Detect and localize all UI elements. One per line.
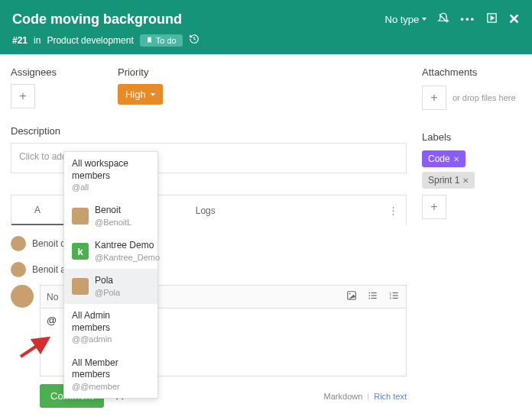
- svg-point-3: [349, 293, 351, 295]
- mention-option[interactable]: Pola@Pola: [64, 269, 157, 304]
- svg-point-6: [368, 295, 370, 296]
- mention-option[interactable]: All Admin members@@admin: [64, 304, 157, 351]
- priority-label: Priority: [118, 66, 163, 78]
- priority-select[interactable]: High: [118, 84, 163, 105]
- mention-handle: @@admin: [72, 334, 150, 344]
- avatar: [11, 236, 26, 251]
- svg-rect-7: [371, 295, 377, 296]
- svg-rect-9: [371, 298, 377, 299]
- avatar: [11, 262, 26, 277]
- mention-option[interactable]: Benoit@BenoitL: [64, 199, 157, 234]
- mention-option[interactable]: kKantree Demo@Kantree_Demo: [64, 234, 157, 269]
- description-label: Description: [11, 125, 407, 137]
- svg-point-4: [368, 292, 370, 294]
- bullet-list-icon[interactable]: [368, 290, 378, 303]
- mention-handle: @@member: [72, 381, 150, 392]
- attachments-label: Attachments: [422, 66, 521, 78]
- labels-label: Labels: [422, 131, 521, 143]
- avatar: k: [72, 243, 89, 260]
- mention-name: Benoit: [95, 205, 131, 217]
- add-attachment-button[interactable]: +: [422, 86, 446, 110]
- card-id: #21: [12, 35, 28, 46]
- tab-logs[interactable]: Logs: [173, 195, 238, 225]
- mention-name: All workspace members: [72, 158, 150, 182]
- add-label-button[interactable]: +: [422, 195, 446, 219]
- svg-marker-1: [491, 16, 494, 20]
- markdown-link[interactable]: Markdown: [324, 392, 363, 401]
- current-user-avatar: [11, 285, 34, 308]
- mention-name: Pola: [95, 275, 120, 287]
- history-icon[interactable]: [189, 34, 200, 47]
- close-icon[interactable]: ✕: [508, 11, 520, 27]
- expand-icon[interactable]: [486, 12, 498, 26]
- bell-off-icon[interactable]: [437, 12, 449, 27]
- mention-name: Kantree Demo: [95, 240, 160, 252]
- mention-handle: @BenoitL: [95, 217, 131, 228]
- remove-label-icon[interactable]: ✕: [462, 176, 469, 185]
- add-assignee-button[interactable]: +: [11, 84, 35, 108]
- mention-name: All Admin members: [72, 310, 150, 334]
- tab-more-icon[interactable]: ⋮: [381, 205, 406, 216]
- mention-handle: @Kantree_Demo: [95, 252, 160, 263]
- svg-rect-13: [393, 295, 398, 296]
- label-chip[interactable]: Code ✕: [422, 150, 466, 167]
- image-icon[interactable]: [346, 290, 357, 303]
- svg-rect-11: [393, 292, 398, 293]
- mention-name: All Member members: [72, 357, 150, 381]
- tab-activity[interactable]: A: [11, 195, 63, 225]
- avatar: [72, 278, 89, 295]
- drop-hint: or drop files here: [453, 93, 516, 102]
- project-link[interactable]: Product development: [47, 35, 133, 46]
- avatar: [72, 208, 89, 225]
- svg-rect-5: [371, 292, 377, 293]
- richtext-link[interactable]: Rich text: [374, 392, 407, 401]
- mention-option[interactable]: All Member members@@member: [64, 351, 157, 398]
- mention-option[interactable]: All workspace members@all: [64, 152, 157, 199]
- labels-list: Code ✕Sprint 1 ✕: [422, 150, 521, 189]
- number-list-icon[interactable]: 123: [389, 290, 400, 303]
- card-title: Code moving background: [12, 11, 385, 27]
- type-selector[interactable]: No type: [385, 14, 427, 25]
- label-chip[interactable]: Sprint 1 ✕: [422, 172, 475, 189]
- assignees-label: Assignees: [11, 66, 57, 78]
- remove-label-icon[interactable]: ✕: [453, 155, 459, 163]
- card-header: Code moving background No type ••• ✕ #21…: [0, 0, 532, 54]
- more-icon[interactable]: •••: [460, 14, 475, 25]
- status-pill[interactable]: To do: [140, 34, 183, 47]
- mention-handle: @Pola: [95, 287, 120, 298]
- header-actions: No type ••• ✕: [385, 11, 520, 27]
- svg-text:3: 3: [390, 296, 392, 300]
- mention-handle: @all: [72, 182, 150, 192]
- svg-point-8: [368, 298, 370, 299]
- note-toggle[interactable]: No: [47, 292, 58, 302]
- mention-dropdown: All workspace members@allBenoit@BenoitLk…: [63, 151, 158, 399]
- svg-rect-15: [393, 298, 398, 299]
